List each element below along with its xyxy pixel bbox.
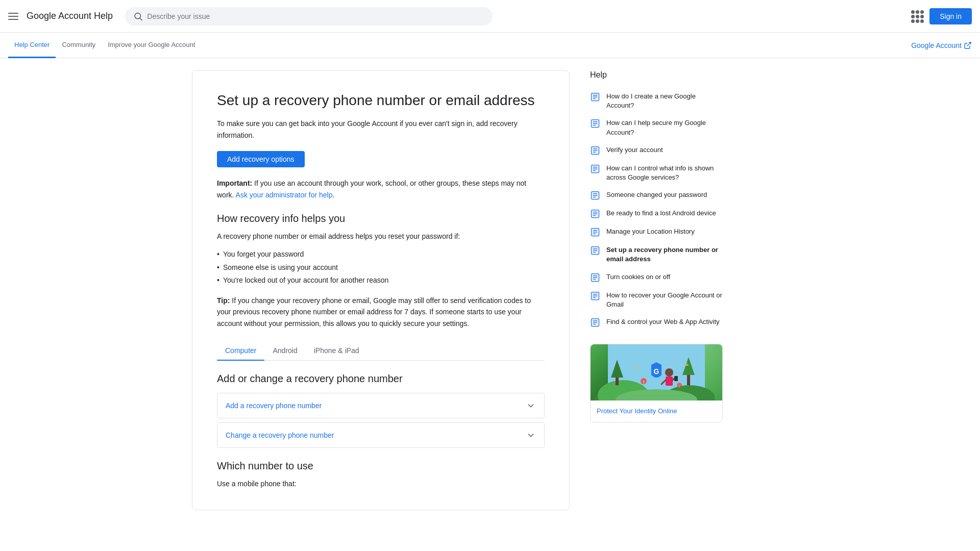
- sidebar-item-location-history-text: Manage your Location History: [606, 227, 695, 236]
- accordion-add-phone: Add a recovery phone number: [217, 393, 545, 418]
- sidebar-item-control-info[interactable]: How can I control what info is shown acr…: [590, 160, 723, 186]
- important-label: Important:: [217, 179, 252, 187]
- section1-title: How recovery info helps you: [217, 213, 545, 224]
- accordion-change-phone-header[interactable]: Change a recovery phone number: [217, 423, 544, 447]
- google-account-nav-label: Google Account: [911, 41, 962, 49]
- accordion-add-phone-label: Add a recovery phone number: [226, 402, 322, 410]
- svg-point-0: [135, 13, 140, 18]
- sidebar-item-help-secure-text: How can I help secure my Google Account?: [606, 118, 723, 137]
- article-title: Set up a recovery phone number or email …: [217, 91, 545, 110]
- sidebar-item-recovery-setup[interactable]: Set up a recovery phone number or email …: [590, 241, 723, 268]
- sidebar-item-verify-account[interactable]: Verify your account: [590, 141, 723, 160]
- tab-android[interactable]: Android: [264, 341, 305, 361]
- main-layout: Set up a recovery phone number or email …: [184, 58, 796, 522]
- svg-point-56: [665, 368, 673, 377]
- chevron-down-icon: [526, 400, 536, 411]
- nav-right: Google Account: [911, 41, 972, 49]
- search-input[interactable]: [147, 12, 484, 20]
- tab-community[interactable]: Community: [56, 33, 102, 58]
- chevron-down-icon: [526, 430, 536, 440]
- svg-rect-57: [666, 377, 673, 386]
- tab-help-center[interactable]: Help Center: [8, 33, 56, 58]
- sidebar-item-cookies[interactable]: Turn cookies on or off: [590, 268, 723, 287]
- bullet-item: You forget your password: [217, 248, 545, 261]
- sidebar-item-location-history[interactable]: Manage your Location History: [590, 223, 723, 241]
- svg-text:G: G: [654, 367, 659, 375]
- sidebar: Help How do I create a new Google Accoun…: [590, 70, 723, 510]
- sidebar-item-web-app-activity[interactable]: Find & control your Web & App Activity: [590, 313, 723, 332]
- accordion-change-phone: Change a recovery phone number: [217, 422, 545, 448]
- section2-title: Add or change a recovery phone number: [217, 373, 545, 385]
- doc-icon: [590, 190, 600, 201]
- svg-text:!: !: [643, 380, 645, 384]
- sign-in-button[interactable]: Sign in: [929, 8, 972, 24]
- sidebar-item-recover-account-text: How to recover your Google Account or Gm…: [606, 291, 723, 309]
- header: Google Account Help Sign in: [0, 0, 980, 33]
- bullet-item: Someone else is using your account: [217, 261, 545, 274]
- doc-icon: [590, 317, 600, 328]
- svg-text:!: !: [687, 363, 688, 366]
- svg-text:★: ★: [633, 365, 638, 371]
- bullet-item: You're locked out of your account for an…: [217, 274, 545, 287]
- tip-label: Tip:: [217, 296, 230, 305]
- important-note: Important: If you use an account through…: [217, 178, 545, 201]
- identity-image: G ! ! ↓ ★: [591, 344, 722, 400]
- tab-iphone-ipad[interactable]: iPhone & iPad: [306, 341, 368, 361]
- header-right: Sign in: [911, 8, 972, 24]
- doc-icon: [590, 245, 600, 256]
- header-left: Google Account Help: [8, 10, 113, 22]
- accordion-add-phone-header[interactable]: Add a recovery phone number: [217, 393, 544, 418]
- doc-icon: [590, 145, 600, 156]
- doc-icon: [590, 209, 600, 219]
- which-number-text: Use a mobile phone that:: [217, 478, 545, 489]
- sidebar-item-password-changed[interactable]: Someone changed your password: [590, 186, 723, 205]
- identity-illustration: G ! ! ↓ ★: [591, 344, 722, 400]
- sidebar-item-control-info-text: How can I control what info is shown acr…: [606, 164, 723, 182]
- identity-caption-text: Protect Your Identity Online: [597, 407, 677, 415]
- tab-computer[interactable]: Computer: [217, 341, 264, 361]
- accordion-change-phone-label: Change a recovery phone number: [226, 431, 334, 439]
- sidebar-item-create-account-text: How do I create a new Google Account?: [606, 92, 723, 110]
- sidebar-item-cookies-text: Turn cookies on or off: [606, 272, 670, 282]
- sidebar-item-lost-android-text: Be ready to find a lost Android device: [606, 209, 716, 218]
- search-icon: [133, 11, 143, 21]
- sidebar-item-help-secure[interactable]: How can I help secure my Google Account?: [590, 114, 723, 141]
- tab-improve[interactable]: Improve your Google Account: [102, 33, 201, 58]
- doc-icon: [590, 118, 600, 129]
- identity-card[interactable]: G ! ! ↓ ★: [590, 344, 723, 422]
- svg-line-2: [967, 42, 971, 46]
- sidebar-item-recovery-setup-text: Set up a recovery phone number or email …: [606, 245, 723, 264]
- sidebar-item-password-changed-text: Someone changed your password: [606, 190, 707, 199]
- doc-icon: [590, 164, 600, 174]
- menu-icon[interactable]: [8, 10, 20, 22]
- search-bar: [125, 7, 493, 26]
- doc-icon: [590, 272, 600, 283]
- section1-text: A recovery phone number or email address…: [217, 231, 545, 242]
- ask-admin-link[interactable]: Ask your administrator for help: [236, 191, 333, 199]
- sidebar-item-recover-account[interactable]: How to recover your Google Account or Gm…: [590, 287, 723, 313]
- doc-icon: [590, 92, 600, 102]
- svg-line-1: [140, 18, 142, 20]
- tip-text: If you change your recovery phone or ema…: [217, 296, 531, 328]
- content-area: Set up a recovery phone number or email …: [192, 70, 570, 510]
- svg-rect-60: [674, 376, 678, 381]
- doc-icon: [590, 291, 600, 301]
- logo-text: Google Account Help: [27, 11, 113, 21]
- sidebar-item-verify-account-text: Verify your account: [606, 145, 663, 155]
- sidebar-item-create-account[interactable]: How do I create a new Google Account?: [590, 88, 723, 114]
- identity-caption: Protect Your Identity Online: [591, 400, 722, 422]
- external-link-icon: [964, 41, 972, 49]
- google-account-nav-link[interactable]: Google Account: [911, 41, 972, 49]
- doc-icon: [590, 227, 600, 237]
- svg-text:↓: ↓: [678, 384, 680, 388]
- bullet-list: You forget your password Someone else is…: [217, 248, 545, 287]
- add-recovery-button[interactable]: Add recovery options: [217, 151, 305, 167]
- google-apps-icon[interactable]: [911, 10, 923, 22]
- sidebar-item-lost-android[interactable]: Be ready to find a lost Android device: [590, 205, 723, 223]
- nav-tabs: Help Center Community Improve your Googl…: [0, 33, 980, 58]
- which-number-title: Which number to use: [217, 460, 545, 472]
- article-intro: To make sure you can get back into your …: [217, 118, 545, 141]
- help-title: Help: [590, 70, 723, 80]
- sidebar-item-web-app-activity-text: Find & control your Web & App Activity: [606, 317, 720, 327]
- device-tabs: Computer Android iPhone & iPad: [217, 341, 545, 361]
